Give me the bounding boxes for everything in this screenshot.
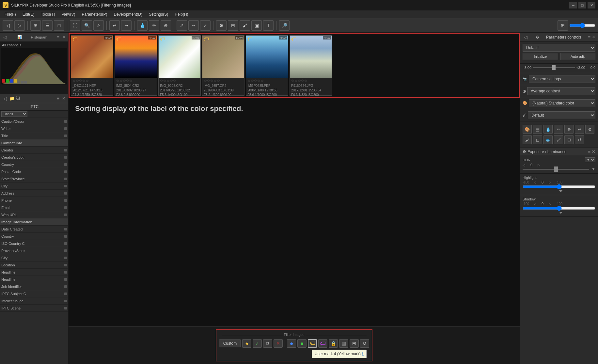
- tool-fish-btn[interactable]: 🐟: [543, 135, 553, 144]
- camera-settings-select[interactable]: Camera settings: [529, 75, 595, 83]
- filter-lock-button[interactable]: 🔒: [329, 339, 338, 348]
- filter-custom-button[interactable]: Custom: [219, 340, 241, 347]
- tb-undo-button[interactable]: ↩: [109, 20, 120, 31]
- hist-nav-left[interactable]: ◁: [2, 35, 8, 40]
- lst-nav-left[interactable]: ◁: [2, 96, 8, 101]
- tb-paint-button[interactable]: 🖌: [240, 20, 250, 31]
- exposure-menu-btn[interactable]: ≡: [588, 149, 590, 154]
- tb-list-button[interactable]: ☰: [42, 20, 53, 31]
- menu-tools[interactable]: Tools(T): [38, 11, 58, 17]
- tb-grid-button[interactable]: ⊞: [30, 20, 41, 31]
- highlight-left-arrow[interactable]: ◁: [534, 181, 536, 184]
- menu-parameters[interactable]: Parameters(P): [79, 11, 111, 17]
- tb-fullscreen-button[interactable]: ⛶: [70, 20, 80, 31]
- menu-settings[interactable]: Settings(S): [146, 11, 171, 17]
- rp-close-button[interactable]: ✕: [592, 35, 595, 40]
- tb-warn-button[interactable]: ⚠: [93, 20, 104, 31]
- menu-development[interactable]: Development(D): [111, 11, 146, 17]
- filter-star-button[interactable]: ★: [242, 339, 251, 348]
- filter-grey-button[interactable]: ▩: [339, 339, 348, 348]
- tb-layout-button[interactable]: ⊞: [558, 20, 568, 31]
- highlight-right-arrow[interactable]: ▷: [549, 181, 551, 184]
- film-thumb-3[interactable]: 🏷 RAW ☆☆☆☆☆ IMG_9208.CR2 2017/05/20 18:0…: [158, 35, 201, 96]
- shadow-slider[interactable]: [523, 206, 595, 211]
- filmstrip[interactable]: 🏷 RAW ☆☆☆☆☆ _DSC1121.NEF 2012/07/21 14:5…: [69, 33, 520, 98]
- tb-search2-button[interactable]: 🔎: [279, 20, 290, 31]
- hist-menu-button[interactable]: ≡: [56, 35, 60, 40]
- preset-select[interactable]: Default: [523, 44, 595, 52]
- tb-screen-button[interactable]: ▣: [251, 20, 262, 31]
- filter-check-button[interactable]: ✓: [253, 339, 262, 348]
- hdr-slider[interactable]: [523, 169, 589, 170]
- tool-levels-btn[interactable]: ▤: [533, 125, 542, 134]
- film-thumb-1[interactable]: 🏷 RAW ☆☆☆☆☆ _DSC1121.NEF 2012/07/21 14:5…: [71, 35, 113, 96]
- initialize-button[interactable]: Initialize: [523, 53, 558, 60]
- tone-select[interactable]: Default: [528, 111, 595, 119]
- zoom-slider[interactable]: [569, 23, 595, 28]
- tb-back-button[interactable]: ◁: [3, 20, 13, 31]
- tb-check-button[interactable]: ✓: [200, 20, 211, 31]
- film-thumb-6[interactable]: 🏷 RAW ☆☆☆☆☆ P9160624.JPG 2017/12/01 15:3…: [290, 35, 332, 96]
- maximize-button[interactable]: □: [578, 2, 586, 8]
- tb-forward-button[interactable]: ▷: [14, 20, 25, 31]
- filter-green-button[interactable]: ●: [297, 339, 307, 348]
- hist-close-button[interactable]: ✕: [61, 35, 66, 40]
- exposure-section-header[interactable]: ⚙ Exposure / Luminance ≡ ✕: [520, 148, 598, 155]
- menu-edit[interactable]: Edit(E): [19, 11, 38, 17]
- tb-zoom-button[interactable]: 🔍: [82, 20, 92, 31]
- auto-adj-button[interactable]: Auto adj.: [560, 53, 596, 60]
- lst-photo-button[interactable]: 🖼: [16, 96, 20, 101]
- tb-single-button[interactable]: □: [54, 20, 64, 31]
- contrast-select[interactable]: Average contrast: [527, 87, 595, 95]
- hdr-select[interactable]: ▼: [585, 157, 595, 162]
- film-thumb-2[interactable]: 🏷 RAW ☆☆☆☆☆ IMG_8804.CR2 2016/03/02 18:0…: [115, 35, 157, 96]
- hdr-right-arrow[interactable]: ▷: [538, 163, 540, 167]
- ev-slider[interactable]: [533, 67, 575, 68]
- menu-help[interactable]: Help(H): [171, 11, 191, 17]
- tb-brush-button[interactable]: ✏: [149, 20, 159, 31]
- shadow-left-arrow[interactable]: ◁: [534, 202, 536, 206]
- filter-copy-button[interactable]: ⧉: [263, 339, 272, 348]
- tb-text-button[interactable]: T: [263, 20, 274, 31]
- menu-file[interactable]: File(F): [1, 11, 19, 17]
- lst-menu-button[interactable]: ≡: [56, 96, 60, 101]
- tool-rotate-btn[interactable]: ↩: [575, 125, 584, 134]
- highlight-slider[interactable]: [523, 184, 595, 189]
- color-select[interactable]: (Natural) Standard color: [529, 99, 595, 107]
- filter-blue-button[interactable]: ●: [287, 339, 296, 348]
- tool-settings-btn[interactable]: ⚙: [585, 125, 594, 134]
- tool-grid3-btn[interactable]: ⊞: [564, 135, 574, 144]
- tool-paint-btn[interactable]: 🖌: [523, 135, 532, 144]
- iptc-dropdown[interactable]: Unedit: [1, 111, 27, 117]
- rp-nav-left[interactable]: ◁: [523, 35, 529, 40]
- exposure-close-btn[interactable]: ✕: [592, 149, 595, 154]
- filter-rotate-button[interactable]: ↺: [360, 339, 369, 348]
- rp-menu-button[interactable]: ≡: [588, 35, 590, 40]
- close-button[interactable]: ✕: [588, 2, 595, 8]
- tool-eyedrop-btn[interactable]: 💧: [543, 125, 553, 134]
- menu-view[interactable]: View(V): [58, 11, 79, 17]
- filter-x-button[interactable]: ✕: [274, 339, 283, 348]
- tool-pen-btn[interactable]: 🖊: [554, 135, 563, 144]
- tool-brush-btn[interactable]: ✏: [554, 125, 563, 134]
- hdr-left-arrow[interactable]: ◁: [523, 163, 525, 167]
- tb-clone-button[interactable]: ⊕: [161, 20, 171, 31]
- tool-color-btn[interactable]: 🎨: [523, 125, 532, 134]
- tb-settings2-button[interactable]: ⚙: [216, 20, 227, 31]
- tool-eraser-btn[interactable]: ◻: [533, 135, 542, 144]
- tb-export-button[interactable]: ↗: [177, 20, 187, 31]
- tb-eyedrop-button[interactable]: 💧: [137, 20, 148, 31]
- minimize-button[interactable]: ─: [569, 2, 577, 8]
- lst-close-button[interactable]: ✕: [61, 96, 66, 101]
- film-thumb-5[interactable]: 🏷 RAW ☆☆☆☆☆ IMGP0285.PEF 2006/01/08 12:3…: [246, 35, 288, 96]
- film-thumb-4[interactable]: 🏷 RAW ☆☆☆☆☆ IMG_9357.CR2 2016/04/03 13:0…: [202, 35, 244, 96]
- filter-purple-button[interactable]: 🏷: [318, 339, 327, 348]
- shadow-right-arrow[interactable]: ▷: [549, 202, 551, 206]
- tb-fliph-button[interactable]: ↔: [188, 20, 199, 31]
- tb-param-button[interactable]: ⊞: [228, 20, 238, 31]
- tool-crop-btn[interactable]: ⊕: [564, 125, 574, 134]
- filter-grid2-button[interactable]: ⊞: [350, 339, 359, 348]
- tb-redo-button[interactable]: ↪: [121, 20, 132, 31]
- filter-yellow-button[interactable]: 🏷: [308, 339, 317, 348]
- tool-refresh-btn[interactable]: ↺: [575, 135, 584, 144]
